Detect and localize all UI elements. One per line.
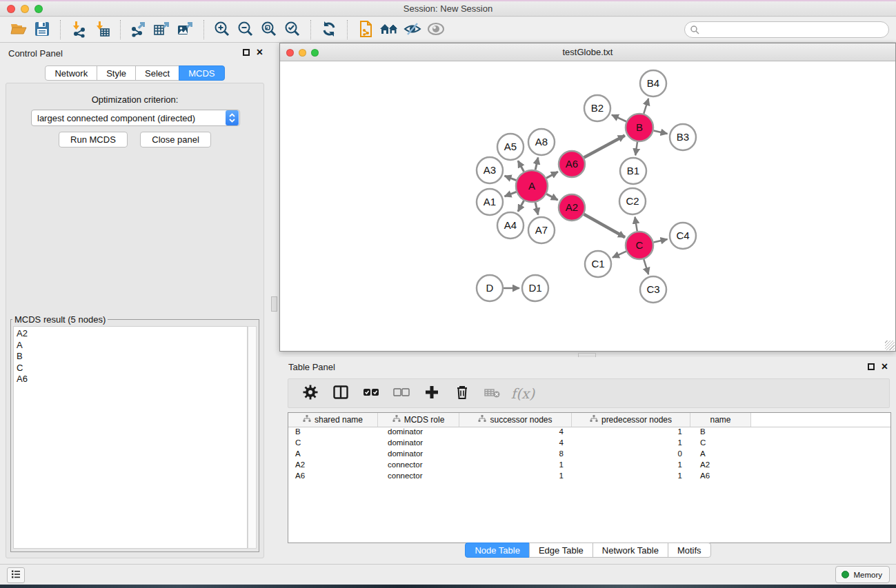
tab-mcds[interactable]: MCDS — [179, 65, 224, 81]
graph-edge-A-A1[interactable] — [505, 192, 517, 196]
cell-successor-nodes[interactable]: 1 — [459, 472, 572, 483]
cell-name[interactable]: B — [690, 427, 751, 438]
cell-name[interactable]: C — [690, 438, 751, 449]
table-row[interactable]: Bdominator41B — [288, 427, 890, 438]
show-graphics-details-button[interactable] — [401, 19, 424, 40]
graph-edge-A6-B[interactable] — [584, 135, 625, 157]
close-panel-icon[interactable]: × — [257, 48, 263, 57]
column-header-shared-name[interactable]: shared name — [288, 413, 378, 427]
tab-network[interactable]: Network — [45, 65, 97, 81]
zoom-out-button[interactable] — [234, 19, 257, 40]
float-panel-icon[interactable] — [243, 49, 250, 56]
cell-shared-name[interactable]: A2 — [288, 460, 378, 472]
zoom-fit-button[interactable] — [257, 19, 281, 40]
cell-mcds-role[interactable]: dominator — [378, 438, 459, 449]
float-table-panel-icon[interactable] — [868, 363, 875, 370]
deselect-all-button[interactable] — [389, 382, 414, 405]
table-settings-button[interactable] — [298, 382, 323, 405]
graph-node-A1[interactable]: A1 — [477, 189, 503, 215]
graph-edge-B-B4[interactable] — [644, 99, 648, 114]
zoom-in-button[interactable] — [210, 19, 234, 40]
cell-name[interactable]: A2 — [690, 460, 751, 472]
graph-edge-A-A7[interactable] — [535, 202, 538, 214]
graph-node-B2[interactable]: B2 — [584, 95, 610, 121]
graph-node-C[interactable]: C — [626, 232, 653, 259]
graph-node-B3[interactable]: B3 — [670, 124, 696, 150]
resize-grip-icon[interactable] — [885, 341, 895, 350]
cell-shared-name[interactable]: A — [288, 449, 378, 460]
network-graph[interactable]: B4B2BB3A5A8A6B1A3AA1C2A2A4A7C4CC1C3DD1 — [280, 61, 895, 351]
table-row[interactable]: Adominator80A — [288, 449, 890, 460]
cell-predecessor-nodes[interactable]: 1 — [572, 438, 690, 449]
apply-layout-button[interactable] — [317, 19, 341, 40]
result-item[interactable]: A6 — [17, 374, 247, 385]
graph-edge-A-A2[interactable] — [546, 194, 558, 200]
graph-node-A4[interactable]: A4 — [497, 212, 524, 239]
cell-shared-name[interactable]: A6 — [288, 472, 378, 483]
network-canvas[interactable]: B4B2BB3A5A8A6B1A3AA1C2A2A4A7C4CC1C3DD1 — [280, 61, 895, 351]
cell-shared-name[interactable]: C — [288, 438, 378, 449]
cell-mcds-role[interactable]: dominator — [378, 449, 459, 460]
save-session-button[interactable] — [30, 19, 54, 40]
memory-button[interactable]: Memory — [835, 566, 890, 583]
vertical-splitter[interactable] — [270, 43, 280, 558]
graph-edge-C-C4[interactable] — [653, 239, 667, 242]
splitter-handle[interactable] — [271, 296, 277, 312]
graph-node-A2[interactable]: A2 — [559, 194, 585, 221]
tab-style[interactable]: Style — [97, 65, 136, 81]
zoom-selected-button[interactable] — [281, 19, 304, 40]
birds-eye-view-button[interactable] — [424, 19, 448, 40]
export-image-button[interactable] — [174, 19, 197, 40]
cell-predecessor-nodes[interactable]: 1 — [572, 427, 690, 438]
column-header-predecessor-nodes[interactable]: predecessor nodes — [572, 413, 690, 427]
graph-edge-A-A6[interactable] — [546, 172, 558, 178]
cell-predecessor-nodes[interactable]: 0 — [572, 449, 690, 460]
cell-successor-nodes[interactable]: 4 — [459, 427, 572, 438]
graph-node-A3[interactable]: A3 — [477, 157, 503, 183]
graph-edge-C-C2[interactable] — [635, 217, 637, 232]
result-scrollbar[interactable] — [248, 326, 257, 549]
graph-edge-B-B2[interactable] — [612, 115, 626, 122]
result-item[interactable]: B — [17, 351, 247, 363]
add-button[interactable] — [419, 382, 444, 405]
cell-predecessor-nodes[interactable]: 1 — [572, 472, 690, 483]
export-network-button[interactable] — [127, 19, 150, 40]
graph-node-C3[interactable]: C3 — [640, 276, 666, 303]
table-row[interactable]: A2connector11A2 — [288, 460, 890, 472]
table-tab-motifs[interactable]: Motifs — [668, 543, 711, 558]
cell-mcds-role[interactable]: connector — [378, 472, 459, 483]
cell-mcds-role[interactable]: dominator — [378, 427, 459, 438]
cell-shared-name[interactable]: B — [288, 427, 378, 438]
import-network-button[interactable] — [67, 19, 90, 40]
graph-edge-A-A8[interactable] — [535, 157, 538, 170]
run-mcds-button[interactable]: Run MCDS — [59, 132, 128, 148]
close-table-panel-icon[interactable]: × — [882, 363, 888, 371]
graph-edge-A2-C[interactable] — [584, 214, 625, 237]
table-tab-edge-table[interactable]: Edge Table — [529, 543, 593, 558]
graph-edge-A-A5[interactable] — [518, 161, 524, 172]
close-panel-button[interactable]: Close panel — [140, 132, 211, 148]
graph-node-D[interactable]: D — [477, 275, 503, 301]
table-tab-network-table[interactable]: Network Table — [593, 543, 668, 558]
cell-successor-nodes[interactable]: 4 — [459, 438, 572, 449]
graph-edge-C-C3[interactable] — [644, 259, 648, 274]
show-columns-button[interactable] — [328, 382, 353, 405]
cell-name[interactable]: A — [690, 449, 751, 460]
task-history-button[interactable] — [7, 567, 25, 583]
column-header-successor-nodes[interactable]: successor nodes — [459, 413, 572, 427]
new-network-from-selection-button[interactable] — [354, 19, 377, 40]
graph-edge-B-B1[interactable] — [635, 142, 637, 155]
open-session-button[interactable] — [7, 19, 30, 40]
graph-node-B1[interactable]: B1 — [620, 158, 646, 184]
table-row[interactable]: Cdominator41C — [288, 438, 890, 449]
cell-successor-nodes[interactable]: 1 — [459, 460, 572, 472]
cell-mcds-role[interactable]: connector — [378, 460, 459, 472]
result-item[interactable]: A2 — [17, 328, 247, 340]
graph-node-A[interactable]: A — [516, 170, 548, 202]
graph-node-B[interactable]: B — [626, 114, 653, 141]
graph-node-D1[interactable]: D1 — [522, 275, 548, 301]
graph-node-A6[interactable]: A6 — [559, 151, 585, 177]
graph-node-A7[interactable]: A7 — [528, 217, 555, 243]
graph-node-C1[interactable]: C1 — [585, 251, 611, 277]
export-table-button[interactable] — [150, 19, 174, 40]
